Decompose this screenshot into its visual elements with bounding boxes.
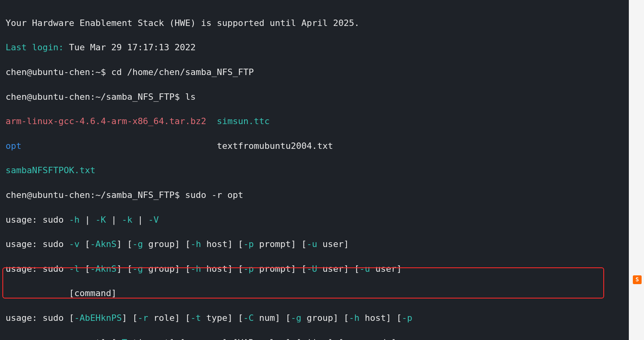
sudo-usage-line: usage: sudo -v [-AknS] [-g group] [-h ho… bbox=[6, 238, 638, 251]
sudo-usage-line-cont: prompt] [-T timeout] [-u user] [VAR=valu… bbox=[6, 337, 638, 340]
command-text: cd /home/chen/samba_NFS_FTP bbox=[111, 67, 254, 77]
prompt-user: chen@ubuntu-chen bbox=[6, 67, 90, 77]
ls-directory: opt bbox=[6, 141, 22, 151]
ls-output-line-1: arm-linux-gcc-4.6.4-arm-x86_64.tar.bz2 s… bbox=[6, 115, 638, 128]
ls-output-line-3: sambaNFSFTPOK.txt bbox=[6, 164, 638, 177]
ime-badge-label: S bbox=[636, 276, 639, 284]
last-login-value: Tue Mar 29 17:17:13 2022 bbox=[64, 42, 196, 52]
ls-file: textfromubuntu2004.txt bbox=[217, 141, 333, 151]
last-login-label: Last login: bbox=[6, 42, 64, 52]
sudo-usage-line: usage: sudo -h | -K | -k | -V bbox=[6, 214, 638, 226]
prompt-path: :~$ bbox=[90, 67, 111, 77]
last-login-line: Last login: Tue Mar 29 17:17:13 2022 bbox=[6, 42, 638, 54]
sudo-usage-line: usage: sudo -l [-AknS] [-g group] [-h ho… bbox=[6, 263, 638, 275]
sudo-usage-line: usage: sudo [-AbEHknPS] [-r role] [-t ty… bbox=[6, 312, 638, 324]
prompt-path: :~/samba_NFS_FTP$ bbox=[90, 92, 185, 102]
prompt-path: :~/samba_NFS_FTP$ bbox=[90, 190, 185, 200]
motd-line: Your Hardware Enablement Stack (HWE) is … bbox=[6, 17, 638, 30]
prompt-line-1: chen@ubuntu-chen:~$ cd /home/chen/samba_… bbox=[6, 66, 638, 79]
terminal-output[interactable]: Your Hardware Enablement Stack (HWE) is … bbox=[0, 0, 644, 340]
ime-badge-icon[interactable]: S bbox=[633, 275, 642, 284]
command-text: ls bbox=[185, 92, 196, 102]
sudo-usage-line-cont: [command] bbox=[6, 287, 638, 300]
ls-file: sambaNFSFTPOK.txt bbox=[6, 165, 95, 175]
ls-archive-file: arm-linux-gcc-4.6.4-arm-x86_64.tar.bz2 bbox=[6, 116, 206, 126]
ls-output-line-2: opt textfromubuntu2004.txt bbox=[6, 140, 638, 152]
gap bbox=[206, 116, 217, 126]
prompt-user: chen@ubuntu-chen bbox=[6, 92, 90, 102]
gap bbox=[22, 141, 217, 151]
command-text: sudo -r opt bbox=[185, 190, 243, 200]
prompt-user: chen@ubuntu-chen bbox=[6, 190, 90, 200]
prompt-line-2: chen@ubuntu-chen:~/samba_NFS_FTP$ ls bbox=[6, 91, 638, 103]
prompt-line-3: chen@ubuntu-chen:~/samba_NFS_FTP$ sudo -… bbox=[6, 189, 638, 202]
scrollbar-gutter[interactable]: S bbox=[629, 0, 644, 340]
ls-file: simsun.ttc bbox=[217, 116, 270, 126]
